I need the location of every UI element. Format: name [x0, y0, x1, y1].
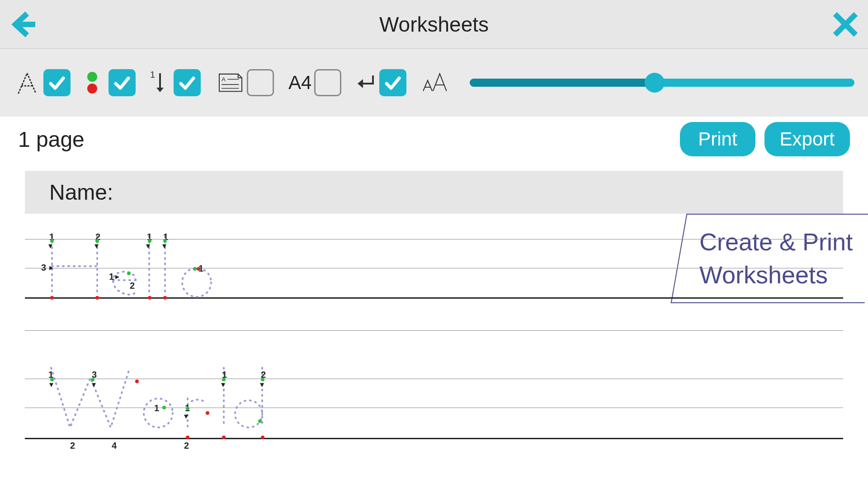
stroke-num: 2: [70, 441, 75, 451]
return-icon: [354, 69, 377, 96]
svg-text:1: 1: [150, 70, 155, 80]
stroke-order-toggle[interactable]: 1: [144, 69, 201, 96]
stroke-num: 2: [184, 441, 189, 451]
back-arrow-icon: [8, 10, 37, 39]
check-icon: [177, 73, 197, 93]
lined-paper-icon: A: [217, 69, 244, 96]
svg-point-1: [87, 72, 97, 82]
export-button[interactable]: Export: [764, 122, 850, 156]
paper-size-checkbox[interactable]: [314, 69, 341, 96]
print-button[interactable]: Print: [680, 122, 755, 156]
lined-paper-checkbox[interactable]: [247, 69, 274, 96]
arrow-right-icon: ▸: [115, 272, 119, 282]
svg-point-5: [182, 268, 211, 297]
newline-checkbox[interactable]: [379, 69, 406, 96]
svg-text:A: A: [222, 76, 226, 83]
trace-hello: [43, 228, 233, 300]
check-icon: [112, 73, 132, 93]
svg-point-2: [87, 84, 97, 94]
close-button[interactable]: [827, 6, 863, 42]
stroke-order-checkbox[interactable]: [174, 69, 201, 96]
newline-toggle[interactable]: [354, 69, 406, 96]
dotted-a-icon: [14, 69, 41, 96]
stroke-num: 2: [130, 281, 135, 291]
dotted-letters-toggle[interactable]: [14, 69, 71, 96]
stroke-num: 1: [154, 403, 159, 413]
name-field-row: Name:: [25, 171, 843, 214]
check-icon: [383, 73, 403, 93]
worksheet-preview: Name: Create & Print Worksheets 1: [0, 162, 868, 448]
paper-size-label: A4: [288, 72, 311, 94]
color-dots-icon: [79, 69, 106, 96]
color-dots-checkbox[interactable]: [108, 69, 136, 96]
paper-size-toggle[interactable]: A4: [288, 69, 341, 96]
stroke-order-icon: 1: [144, 69, 171, 96]
color-dots-toggle[interactable]: [79, 69, 136, 96]
svg-point-7: [235, 400, 262, 427]
header-bar: Worksheets: [0, 0, 868, 49]
check-icon: [47, 73, 67, 93]
lined-paper-toggle[interactable]: A: [217, 69, 274, 96]
close-icon: [831, 10, 859, 38]
writing-line-1: 1 ▾ 2 ▾ 3 ▸ 1 ▸ 2 1 ▾ 1 ▾ 1: [25, 232, 843, 299]
action-buttons: Print Export: [680, 122, 850, 156]
stroke-num: 1: [109, 272, 114, 282]
dotted-letters-checkbox[interactable]: [43, 69, 71, 96]
name-label: Name:: [49, 180, 113, 204]
arrow-down-icon: ▾: [184, 411, 188, 421]
slider-track[interactable]: [470, 79, 854, 87]
stroke-num: 3: [41, 263, 46, 273]
writing-line-2: 1 ▾ 3 ▾ 2 4 1 1 ▾ 2 1 ▾ 2 ▾: [25, 371, 843, 448]
slider-thumb[interactable]: [645, 73, 665, 93]
trace-world: [43, 360, 296, 441]
page-title: Worksheets: [379, 12, 489, 37]
page-count-label: 1 page: [18, 127, 85, 152]
arrow-right-icon: ▸: [49, 263, 53, 272]
toolbar: 1 A A4: [0, 49, 868, 117]
stroke-num: 4: [112, 441, 117, 451]
actions-bar: 1 page Print Export: [0, 117, 868, 162]
font-size-slider[interactable]: [470, 79, 854, 87]
back-button[interactable]: [5, 6, 41, 42]
font-size-icon: [421, 69, 448, 96]
svg-rect-0: [15, 22, 35, 27]
spacer-line: [25, 330, 843, 331]
